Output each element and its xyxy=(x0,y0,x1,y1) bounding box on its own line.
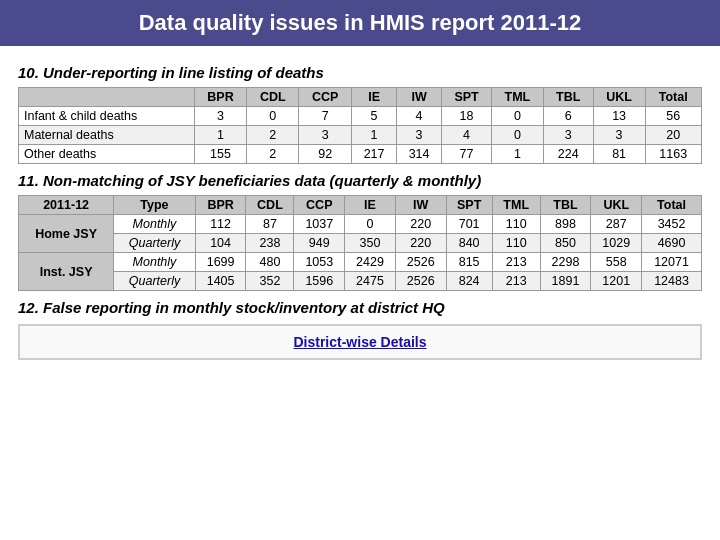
cell: 0 xyxy=(491,107,543,126)
section10-title: 10. Under-reporting in line listing of d… xyxy=(18,64,702,81)
cell: 949 xyxy=(294,234,345,253)
col-tml: TML xyxy=(492,196,540,215)
cell: 287 xyxy=(591,215,642,234)
district-link-box: District-wise Details xyxy=(18,324,702,360)
cell: 87 xyxy=(246,215,294,234)
cell: 217 xyxy=(352,145,397,164)
table-section11: 2011-12 Type BPR CDL CCP IE IW SPT TML T… xyxy=(18,195,702,291)
cell: 2526 xyxy=(395,253,446,272)
cell: 220 xyxy=(395,234,446,253)
col-total: Total xyxy=(642,196,702,215)
col-header-cdl: CDL xyxy=(247,88,299,107)
cell: 4690 xyxy=(642,234,702,253)
col-header-ukl: UKL xyxy=(593,88,645,107)
table-row: Other deaths 155 2 92 217 314 77 1 224 8… xyxy=(19,145,702,164)
table-row: Quarterly 104 238 949 350 220 840 110 85… xyxy=(19,234,702,253)
cell: 2298 xyxy=(540,253,591,272)
col-ie: IE xyxy=(345,196,396,215)
cell: 1037 xyxy=(294,215,345,234)
cell: 3 xyxy=(194,107,247,126)
cell: 110 xyxy=(492,215,540,234)
col-header-tbl: TBL xyxy=(543,88,593,107)
table10-header: BPR CDL CCP IE IW SPT TML TBL UKL Total xyxy=(19,88,702,107)
table10-body: Infant & child deaths 3 0 7 5 4 18 0 6 1… xyxy=(19,107,702,164)
cell: 1596 xyxy=(294,272,345,291)
type-label: Monthly xyxy=(114,253,196,272)
col-bpr: BPR xyxy=(195,196,246,215)
cell: 898 xyxy=(540,215,591,234)
cell: 1163 xyxy=(645,145,701,164)
cell: 13 xyxy=(593,107,645,126)
section12-title: 12. False reporting in monthly stock/inv… xyxy=(18,299,702,316)
col-header-iw: IW xyxy=(397,88,442,107)
cell: 0 xyxy=(247,107,299,126)
cell: 213 xyxy=(492,253,540,272)
col-type: Type xyxy=(114,196,196,215)
cell: 2 xyxy=(247,126,299,145)
section11-title: 11. Non-matching of JSY beneficiaries da… xyxy=(18,172,702,189)
cell: 3 xyxy=(593,126,645,145)
cell: 3 xyxy=(397,126,442,145)
header-title: Data quality issues in HMIS report 2011-… xyxy=(139,10,582,35)
table11-body: Home JSY Monthly 112 87 1037 0 220 701 1… xyxy=(19,215,702,291)
cell: 1 xyxy=(352,126,397,145)
cell: 815 xyxy=(446,253,492,272)
col-tbl: TBL xyxy=(540,196,591,215)
cell: 2526 xyxy=(395,272,446,291)
main-content: 10. Under-reporting in line listing of d… xyxy=(0,46,720,370)
cell: 112 xyxy=(195,215,246,234)
col-header-ccp: CCP xyxy=(299,88,352,107)
header: Data quality issues in HMIS report 2011-… xyxy=(0,0,720,46)
cell: 20 xyxy=(645,126,701,145)
type-label: Quarterly xyxy=(114,272,196,291)
cell: 2 xyxy=(247,145,299,164)
group-label: Inst. JSY xyxy=(19,253,114,291)
cell: 213 xyxy=(492,272,540,291)
cell: 1405 xyxy=(195,272,246,291)
row-label: Infant & child deaths xyxy=(19,107,195,126)
cell: 314 xyxy=(397,145,442,164)
col-header-total: Total xyxy=(645,88,701,107)
cell: 2429 xyxy=(345,253,396,272)
table-row: Inst. JSY Monthly 1699 480 1053 2429 252… xyxy=(19,253,702,272)
cell: 558 xyxy=(591,253,642,272)
cell: 4 xyxy=(442,126,492,145)
col-spt: SPT xyxy=(446,196,492,215)
cell: 1699 xyxy=(195,253,246,272)
district-link[interactable]: District-wise Details xyxy=(293,334,426,350)
cell: 238 xyxy=(246,234,294,253)
cell: 18 xyxy=(442,107,492,126)
cell: 5 xyxy=(352,107,397,126)
col-header-ie: IE xyxy=(352,88,397,107)
type-label: Quarterly xyxy=(114,234,196,253)
group-label: Home JSY xyxy=(19,215,114,253)
col-cdl: CDL xyxy=(246,196,294,215)
cell: 1 xyxy=(491,145,543,164)
cell: 224 xyxy=(543,145,593,164)
table11-header: 2011-12 Type BPR CDL CCP IE IW SPT TML T… xyxy=(19,196,702,215)
table-row: Quarterly 1405 352 1596 2475 2526 824 21… xyxy=(19,272,702,291)
cell: 77 xyxy=(442,145,492,164)
cell: 104 xyxy=(195,234,246,253)
col-iw: IW xyxy=(395,196,446,215)
cell: 824 xyxy=(446,272,492,291)
type-label: Monthly xyxy=(114,215,196,234)
cell: 2475 xyxy=(345,272,396,291)
cell: 1053 xyxy=(294,253,345,272)
cell: 850 xyxy=(540,234,591,253)
row-label: Other deaths xyxy=(19,145,195,164)
col-ccp: CCP xyxy=(294,196,345,215)
cell: 1029 xyxy=(591,234,642,253)
cell: 701 xyxy=(446,215,492,234)
cell: 352 xyxy=(246,272,294,291)
table-row: Maternal deaths 1 2 3 1 3 4 0 3 3 20 xyxy=(19,126,702,145)
cell: 220 xyxy=(395,215,446,234)
cell: 1201 xyxy=(591,272,642,291)
cell: 56 xyxy=(645,107,701,126)
cell: 3 xyxy=(543,126,593,145)
cell: 12483 xyxy=(642,272,702,291)
cell: 3452 xyxy=(642,215,702,234)
cell: 4 xyxy=(397,107,442,126)
cell: 92 xyxy=(299,145,352,164)
table-row: Home JSY Monthly 112 87 1037 0 220 701 1… xyxy=(19,215,702,234)
